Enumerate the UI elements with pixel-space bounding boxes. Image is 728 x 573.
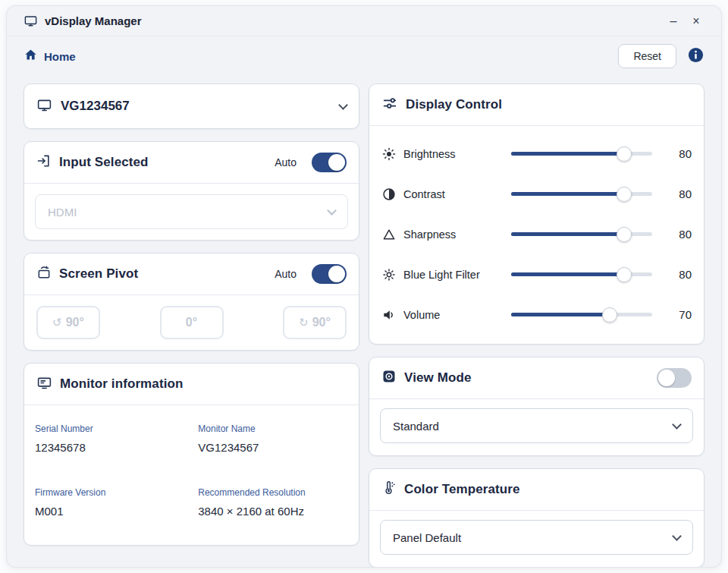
blue-light-filter-icon bbox=[381, 267, 401, 282]
slider-value: 80 bbox=[663, 187, 692, 200]
slider-value: 70 bbox=[663, 308, 692, 321]
home-label: Home bbox=[44, 50, 76, 63]
rotate-cw-90-button[interactable]: ↻ 90° bbox=[283, 306, 347, 339]
slider-thumb[interactable] bbox=[617, 187, 632, 202]
slider-fill bbox=[511, 313, 610, 316]
info-field-firmware: Firmware Version M001 bbox=[35, 487, 198, 518]
slider-thumb[interactable] bbox=[602, 307, 617, 323]
field-value: 3840 × 2160 at 60Hz bbox=[198, 505, 347, 518]
volume-slider[interactable] bbox=[511, 307, 652, 323]
slider-label: Blue Light Filter bbox=[401, 269, 511, 281]
view-mode-value: Standard bbox=[393, 420, 439, 433]
screen-pivot-icon bbox=[36, 265, 52, 283]
right-column: Display Control Brightness 80 bbox=[369, 83, 704, 568]
rotate-cw-icon: ↻ bbox=[299, 316, 309, 329]
color-temperature-body: Panel Default bbox=[369, 511, 704, 567]
color-temperature-select[interactable]: Panel Default bbox=[380, 520, 693, 555]
info-field-name: Monitor Name VG1234567 bbox=[198, 423, 347, 454]
sharpness-icon bbox=[381, 227, 401, 242]
device-select[interactable]: VG1234567 bbox=[24, 83, 359, 129]
blue-light-filter-row: Blue Light Filter 80 bbox=[381, 254, 692, 294]
monitor-info-card: Monitor information Serial Number 123456… bbox=[24, 363, 359, 546]
input-selected-card: Input Selected Auto HDMI bbox=[24, 141, 359, 241]
blue-light-filter-slider[interactable] bbox=[511, 267, 652, 282]
tune-sliders-icon bbox=[381, 95, 398, 115]
chevron-down-icon bbox=[338, 100, 348, 110]
screen-pivot-body: ↺ 90° 0° ↻ 90° bbox=[24, 295, 359, 350]
volume-icon bbox=[381, 307, 401, 323]
input-source-value: HDMI bbox=[48, 206, 77, 219]
info-field-serial: Serial Number 12345678 bbox=[35, 423, 198, 454]
home-icon bbox=[24, 48, 38, 65]
brightness-row: Brightness 80 bbox=[381, 134, 692, 174]
pivot-auto-label: Auto bbox=[275, 268, 297, 280]
view-mode-body: Standard bbox=[369, 399, 704, 455]
slider-value: 80 bbox=[663, 147, 692, 160]
slider-thumb[interactable] bbox=[617, 227, 632, 242]
monitor-icon bbox=[36, 97, 52, 116]
view-mode-select[interactable]: Standard bbox=[380, 408, 693, 443]
field-label: Recommended Resolution bbox=[198, 487, 347, 498]
info-field-resolution: Recommended Resolution 3840 × 2160 at 60… bbox=[198, 487, 347, 518]
monitor-icon bbox=[24, 14, 38, 28]
left-column: VG1234567 Input Selected Auto HDMI bbox=[24, 83, 359, 568]
window-title: vDisplay Manager bbox=[45, 14, 142, 27]
field-value: M001 bbox=[35, 505, 198, 518]
title-bar: vDisplay Manager – × bbox=[7, 6, 721, 36]
view-mode-card: View Mode Standard bbox=[369, 357, 704, 456]
toggle-knob bbox=[328, 266, 345, 282]
display-control-title: Display Control bbox=[406, 97, 502, 112]
info-icon bbox=[687, 46, 704, 66]
brightness-icon bbox=[381, 146, 401, 162]
field-label: Monitor Name bbox=[198, 423, 347, 434]
main-content: VG1234567 Input Selected Auto HDMI bbox=[7, 76, 721, 568]
input-selected-header: Input Selected Auto bbox=[24, 142, 359, 184]
monitor-info-title: Monitor information bbox=[60, 376, 183, 392]
reset-button[interactable]: Reset bbox=[618, 44, 676, 68]
slider-fill bbox=[511, 232, 624, 236]
sharpness-slider[interactable] bbox=[511, 227, 652, 242]
input-source-icon bbox=[36, 153, 52, 172]
close-button[interactable]: × bbox=[685, 11, 708, 32]
color-temperature-value: Panel Default bbox=[393, 531, 461, 544]
pivot-auto-toggle[interactable] bbox=[312, 264, 347, 284]
chevron-down-icon bbox=[327, 206, 337, 216]
slider-value: 80 bbox=[663, 228, 692, 241]
slider-fill bbox=[511, 152, 624, 156]
rotate-ccw-90-button[interactable]: ↺ 90° bbox=[36, 306, 100, 339]
display-control-header: Display Control bbox=[369, 84, 704, 126]
toggle-knob bbox=[328, 154, 345, 171]
screen-pivot-header: Screen Pivot Auto bbox=[24, 253, 359, 295]
contrast-icon bbox=[381, 187, 401, 202]
input-source-select[interactable]: HDMI bbox=[35, 194, 348, 229]
toggle-knob bbox=[658, 370, 675, 386]
slider-thumb[interactable] bbox=[617, 267, 632, 282]
field-label: Firmware Version bbox=[35, 487, 198, 498]
slider-label: Volume bbox=[401, 309, 511, 321]
display-control-body: Brightness 80 Contrast bbox=[369, 126, 704, 344]
screen-pivot-title: Screen Pivot bbox=[59, 266, 138, 282]
rotate-0-button[interactable]: 0° bbox=[160, 306, 224, 339]
slider-label: Sharpness bbox=[401, 228, 511, 241]
minimize-button[interactable]: – bbox=[662, 11, 685, 32]
contrast-slider[interactable] bbox=[511, 187, 652, 202]
color-temperature-card: Color Temperature Panel Default bbox=[369, 468, 704, 568]
slider-fill bbox=[511, 192, 624, 196]
view-mode-icon bbox=[381, 369, 397, 387]
monitor-info-body: Serial Number 12345678 Monitor Name VG12… bbox=[24, 405, 359, 545]
slider-fill bbox=[511, 272, 624, 276]
view-mode-title: View Mode bbox=[404, 370, 471, 386]
color-temperature-icon bbox=[381, 480, 397, 499]
home-link[interactable]: Home bbox=[24, 48, 76, 65]
monitor-info-header: Monitor information bbox=[24, 364, 359, 405]
info-button[interactable] bbox=[687, 46, 704, 66]
input-auto-toggle[interactable] bbox=[312, 153, 347, 172]
brightness-slider[interactable] bbox=[511, 146, 652, 162]
display-control-card: Display Control Brightness 80 bbox=[369, 83, 704, 345]
view-mode-header: View Mode bbox=[369, 357, 704, 399]
device-name: VG1234567 bbox=[61, 99, 130, 114]
slider-thumb[interactable] bbox=[617, 146, 632, 162]
view-mode-toggle[interactable] bbox=[657, 368, 692, 388]
screen-pivot-card: Screen Pivot Auto ↺ 90° 0° ↻ 90° bbox=[24, 253, 359, 351]
rotate-ccw-label: 90° bbox=[66, 316, 84, 329]
